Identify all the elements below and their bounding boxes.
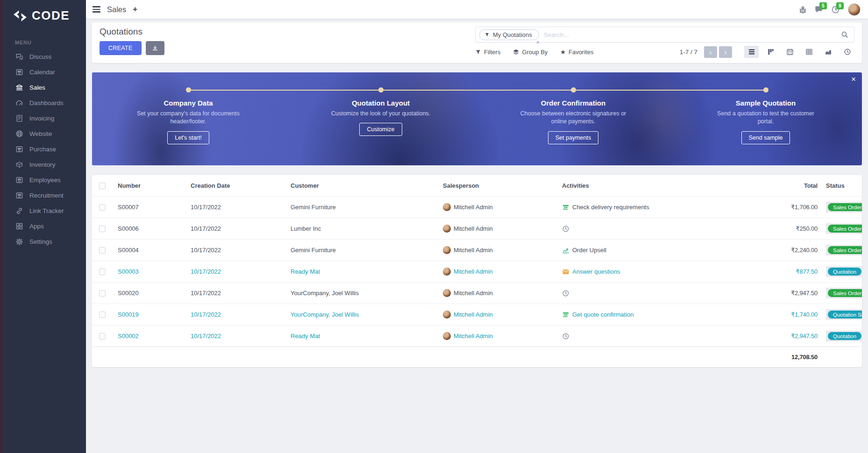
sidebar-item-recruitment[interactable]: Recruitment: [3, 188, 86, 203]
column-header-salesperson[interactable]: Salesperson: [438, 182, 557, 189]
funnel-icon: [475, 49, 481, 55]
step-action-button[interactable]: Let's start!: [167, 131, 209, 144]
pager-next-button[interactable]: ›: [719, 46, 732, 58]
search-icon[interactable]: [841, 31, 848, 38]
sidebar-item-inventory[interactable]: Inventory: [3, 157, 86, 172]
search-input[interactable]: Search...: [544, 31, 841, 38]
control-panel: Quotations CREATE My Quotations × Search…: [92, 22, 862, 63]
activity-cell[interactable]: [557, 290, 724, 297]
row-checkbox[interactable]: [99, 226, 106, 232]
debug-bug-icon[interactable]: [798, 6, 806, 14]
salesperson-name: Mitchell Admin: [454, 247, 493, 254]
sidebar-item-label: Discuss: [29, 53, 51, 60]
quotation-number: S00003: [113, 268, 185, 275]
messages-icon[interactable]: 5: [814, 5, 823, 14]
search-bar[interactable]: My Quotations × Search...: [475, 27, 854, 42]
row-checkbox[interactable]: [99, 290, 106, 297]
banner-close-icon[interactable]: ×: [851, 75, 856, 84]
messages-count-badge: 5: [819, 2, 827, 9]
column-header-creation-date[interactable]: Creation Date: [185, 182, 285, 189]
row-checkbox[interactable]: [99, 247, 106, 254]
sidebar-item-invoicing[interactable]: Invoicing: [3, 111, 86, 126]
table-row-s00002[interactable]: S00002 10/17/2022 Ready Mat Mitchell Adm…: [92, 325, 862, 347]
row-checkbox[interactable]: [99, 204, 106, 211]
quotation-number: S00002: [113, 333, 185, 340]
step-dot-icon: [378, 87, 384, 92]
sidebar-item-calendar[interactable]: Calendar: [3, 64, 86, 80]
sidebar-item-website[interactable]: Website: [3, 126, 86, 142]
view-switcher-pivot[interactable]: [802, 46, 816, 58]
sidebar-item-label: Recruitment: [29, 192, 64, 199]
column-header-number[interactable]: Number: [113, 182, 185, 189]
step-title: Quotation Layout: [352, 99, 410, 107]
row-checkbox[interactable]: [99, 269, 106, 275]
sidebar-item-label: Inventory: [29, 161, 56, 168]
column-header-status[interactable]: Status: [818, 182, 862, 189]
favorites-button[interactable]: ★ Favorites: [560, 49, 593, 56]
add-tab-button[interactable]: +: [133, 5, 137, 14]
table-row-s00006[interactable]: S00006 10/17/2022 Lumber Inc Mitchell Ad…: [92, 218, 862, 239]
step-action-button[interactable]: Customize: [359, 123, 402, 136]
activity-tasks-icon[interactable]: [562, 311, 569, 319]
step-action-button[interactable]: Send sample: [741, 131, 790, 144]
step-dot-icon: [571, 87, 576, 92]
table-row-s00004[interactable]: S00004 10/17/2022 Gemini Furniture Mitch…: [92, 239, 862, 261]
search-facet[interactable]: My Quotations ×: [479, 29, 539, 40]
filters-button[interactable]: Filters: [475, 49, 500, 56]
customer-name: Lumber Inc: [285, 225, 438, 232]
view-switcher-calendar[interactable]: [783, 46, 797, 58]
export-button[interactable]: [146, 41, 164, 55]
table-row-s00007[interactable]: S00007 10/17/2022 Gemini Furniture Mitch…: [92, 196, 862, 218]
table-row-s00003[interactable]: S00003 10/17/2022 Ready Mat Mitchell Adm…: [92, 261, 862, 282]
app-logo[interactable]: CODE: [3, 0, 86, 28]
activities-clock-icon[interactable]: 8: [831, 5, 840, 14]
table-row-s00019[interactable]: S00019 10/17/2022 YourCompany, Joel Will…: [92, 304, 862, 325]
table-row-s00020[interactable]: S00020 10/17/2022 YourCompany, Joel Will…: [92, 282, 862, 304]
sidebar-item-discuss[interactable]: Discuss: [3, 49, 86, 64]
view-switcher-list[interactable]: [744, 46, 759, 58]
activity-tasks-icon[interactable]: [562, 204, 569, 211]
sidebar-item-purchase[interactable]: Purchase: [3, 142, 86, 157]
view-controls: Filters Group By ★ Favorites 1-7 / 7 ‹: [475, 46, 854, 58]
sidebar-item-apps[interactable]: Apps: [3, 219, 86, 234]
activity-clock-icon[interactable]: [562, 225, 569, 233]
view-switcher-clock[interactable]: [840, 46, 854, 58]
select-all-checkbox[interactable]: [99, 183, 106, 189]
view-switcher-kanban[interactable]: [763, 46, 778, 58]
column-header-activities[interactable]: Activities: [557, 182, 724, 189]
column-header-total[interactable]: Total: [724, 182, 818, 189]
remove-facet-icon[interactable]: ×: [536, 39, 540, 46]
activity-cell[interactable]: [557, 225, 724, 233]
view-switcher-graph[interactable]: [821, 46, 835, 58]
hamburger-menu-icon[interactable]: [92, 6, 100, 13]
row-checkbox[interactable]: [99, 311, 106, 318]
column-header-customer[interactable]: Customer: [285, 182, 438, 189]
activity-clock-icon[interactable]: [562, 333, 569, 340]
sidebar-item-sales[interactable]: Sales: [3, 80, 86, 95]
sidebar-item-employees[interactable]: Employees: [3, 172, 86, 188]
total-amount: ₹2,240.00: [724, 247, 818, 254]
activity-cell[interactable]: Order Upsell: [557, 247, 724, 254]
activity-cell[interactable]: [557, 333, 724, 340]
activity-envelope-icon[interactable]: [562, 268, 569, 276]
activity-chart-icon[interactable]: [562, 247, 569, 254]
user-avatar[interactable]: [848, 3, 861, 16]
activity-clock-icon[interactable]: [562, 290, 569, 297]
total-amount: ₹1,706.00: [724, 204, 818, 211]
appwin-icon: [15, 191, 23, 199]
sidebar-item-dashboards[interactable]: Dashboards: [3, 95, 86, 111]
step-action-button[interactable]: Set payments: [548, 131, 598, 144]
activity-cell[interactable]: Answer questions: [557, 268, 724, 276]
group-by-button[interactable]: Group By: [513, 49, 548, 56]
row-checkbox[interactable]: [99, 333, 106, 340]
sidebar-item-settings[interactable]: Settings: [3, 234, 86, 249]
breadcrumb-app[interactable]: Sales: [107, 5, 126, 14]
sidebar-item-link-tracker[interactable]: Link Tracker: [3, 203, 86, 219]
create-button[interactable]: CREATE: [100, 41, 142, 55]
status-cell: Sales Order: [818, 288, 862, 298]
pager-previous-button[interactable]: ‹: [704, 46, 717, 58]
view-switcher: [744, 46, 854, 58]
appwin-icon: [15, 176, 23, 184]
activity-cell[interactable]: Get quote confirmation: [557, 311, 724, 319]
activity-cell[interactable]: Check delivery requirements: [557, 204, 724, 211]
